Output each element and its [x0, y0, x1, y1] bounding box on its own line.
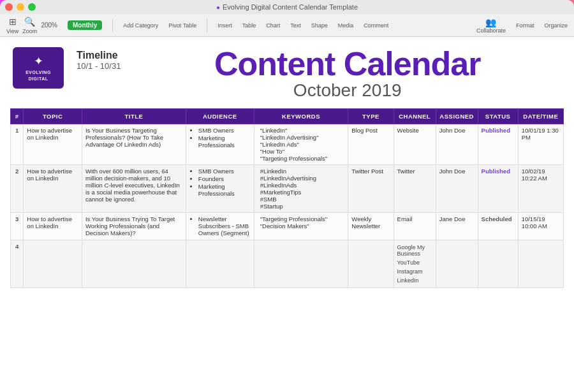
cell-datetime: 10/01/19 1:30 PM [518, 124, 563, 165]
text-button[interactable]: Text [290, 22, 301, 29]
cell-topic: How to advertise on LinkedIn [24, 124, 82, 165]
logo-box: ✦ EVOLVINGDIGITAL [13, 47, 64, 89]
table-container: # TOPIC TITLE AUDIENCE KEYWORDS TYPE CHA… [0, 106, 574, 392]
collaborate-button[interactable]: 👥 Collaborate [476, 17, 506, 34]
cell-num: 2 [11, 165, 24, 213]
minimize-button[interactable] [17, 3, 24, 11]
toolbar-view-group: ⊞ View 🔍 Zoom 200% [6, 17, 57, 34]
cell-title: With over 600 million users, 64 million … [82, 165, 186, 213]
cell-type: Twitter Post [348, 165, 394, 213]
table-row: 2How to advertise on LinkedInWith over 6… [11, 165, 564, 213]
cell-keywords: #LinkedIn#LinkedInAdvertising#LinkedInAd… [254, 165, 348, 213]
content-calendar-table: # TOPIC TITLE AUDIENCE KEYWORDS TYPE CHA… [10, 108, 564, 288]
add-category-button[interactable]: Add Category [123, 22, 158, 29]
cell-num: 3 [11, 213, 24, 240]
cell-channel: Twitter [394, 165, 436, 213]
cell-channel: Google My BusinessYouTubeInstagramLinked… [394, 240, 436, 288]
zoom-icon: 🔍 [24, 17, 35, 27]
header-section: ✦ EVOLVINGDIGITAL Timeline 10/1 - 10/31 … [0, 37, 574, 106]
cell-assigned: John Doe [436, 165, 478, 213]
separator-2 [207, 19, 207, 32]
timeline-dates: 10/1 - 10/31 [77, 61, 121, 71]
cell-datetime: 10/02/19 10:22 AM [518, 165, 563, 213]
table-row: 1How to advertise on LinkedInIs Your Bus… [11, 124, 564, 165]
cell-datetime [518, 240, 563, 288]
cell-assigned: Jane Doe [436, 213, 478, 240]
cell-keywords: LinkedInLinkedIn AdvertisingLinkedIn Ads… [254, 124, 348, 165]
logo-text: EVOLVINGDIGITAL [26, 69, 51, 81]
cell-status: Scheduled [478, 213, 518, 240]
sub-title: October 2019 [133, 80, 561, 101]
col-header-audience: AUDIENCE [186, 109, 254, 124]
cell-audience [186, 240, 254, 288]
collaborate-icon: 👥 [485, 17, 496, 27]
view-icon: ⊞ [9, 17, 17, 27]
cell-status: Published [478, 124, 518, 165]
cell-type: Weekly Newsletter [348, 213, 394, 240]
col-header-assigned: ASSIGNED [436, 109, 478, 124]
cell-channel: Email [394, 213, 436, 240]
cell-assigned [436, 240, 478, 288]
timeline-label: Timeline [77, 50, 118, 61]
chart-button[interactable]: Chart [266, 22, 280, 29]
separator-1 [112, 19, 113, 32]
cell-topic [24, 240, 82, 288]
col-header-datetime: DATE/TIME [518, 109, 563, 124]
cell-keywords [254, 240, 348, 288]
cell-topic: How to advertise on LinkedIn [24, 165, 82, 213]
title-bar: ● Evolving Digital Content Calendar Temp… [0, 0, 574, 14]
maximize-button[interactable] [28, 3, 36, 11]
col-header-type: TYPE [348, 109, 394, 124]
window-title: ● Evolving Digital Content Calendar Temp… [216, 3, 358, 11]
table-row: 3How to advertise on LinkedInIs Your Bus… [11, 213, 564, 240]
cell-keywords: Targeting ProfessionalsDecision Makers [254, 213, 348, 240]
close-button[interactable] [5, 3, 13, 11]
window-controls[interactable] [5, 3, 36, 11]
col-header-topic: TOPIC [24, 109, 82, 124]
cell-assigned: John Doe [436, 124, 478, 165]
pivot-table-button[interactable]: Pivot Table [168, 22, 196, 29]
insert-button[interactable]: Insert [217, 22, 232, 29]
col-header-status: STATUS [478, 109, 518, 124]
cell-audience: SMB OwnersFoundersMarketing Professional… [186, 165, 254, 213]
timeline-box: Timeline 10/1 - 10/31 [77, 47, 121, 71]
cell-type [348, 240, 394, 288]
cell-audience: Newsletter Subscribers - SMB Owners (Seg… [186, 213, 254, 240]
main-content: ✦ EVOLVINGDIGITAL Timeline 10/1 - 10/31 … [0, 37, 574, 392]
main-title: Content Calendar [133, 47, 561, 80]
view-button[interactable]: ⊞ View [6, 17, 18, 34]
table-row: 4Google My BusinessYouTubeInstagramLinke… [11, 240, 564, 288]
cell-datetime: 10/15/19 10:00 AM [518, 213, 563, 240]
col-header-num: # [11, 109, 24, 124]
title-dot-icon: ● [216, 4, 220, 11]
cell-topic: How to advertise on LinkedIn [24, 213, 82, 240]
cell-title [82, 240, 186, 288]
zoom-value: 200% [41, 22, 57, 29]
toolbar: ⊞ View 🔍 Zoom 200% Monthly Add Category … [0, 14, 574, 37]
cell-channel: Website [394, 124, 436, 165]
format-button[interactable]: Format [516, 22, 534, 29]
cell-title: Is Your Business Trying To Target Workin… [82, 213, 186, 240]
cell-type: Blog Post [348, 124, 394, 165]
cell-audience: SMB OwnersMarketing Professionals [186, 124, 254, 165]
monthly-badge[interactable]: Monthly [68, 20, 102, 30]
media-button[interactable]: Media [338, 22, 354, 29]
shape-button[interactable]: Shape [311, 22, 328, 29]
cell-num: 4 [11, 240, 24, 288]
logo-icon: ✦ [34, 54, 43, 68]
col-header-title: TITLE [82, 109, 186, 124]
organize-button[interactable]: Organize [544, 22, 568, 29]
table-button[interactable]: Table [242, 22, 256, 29]
zoom-button[interactable]: 🔍 Zoom [22, 17, 37, 34]
table-header-row: # TOPIC TITLE AUDIENCE KEYWORDS TYPE CHA… [11, 109, 564, 124]
col-header-keywords: KEYWORDS [254, 109, 348, 124]
col-header-channel: CHANNEL [394, 109, 436, 124]
cell-num: 1 [11, 124, 24, 165]
cell-status: Published [478, 165, 518, 213]
header-title-area: Content Calendar October 2019 [133, 47, 561, 101]
cell-status [478, 240, 518, 288]
cell-title: Is Your Business Targeting Professionals… [82, 124, 186, 165]
comment-button[interactable]: Comment [364, 22, 388, 29]
